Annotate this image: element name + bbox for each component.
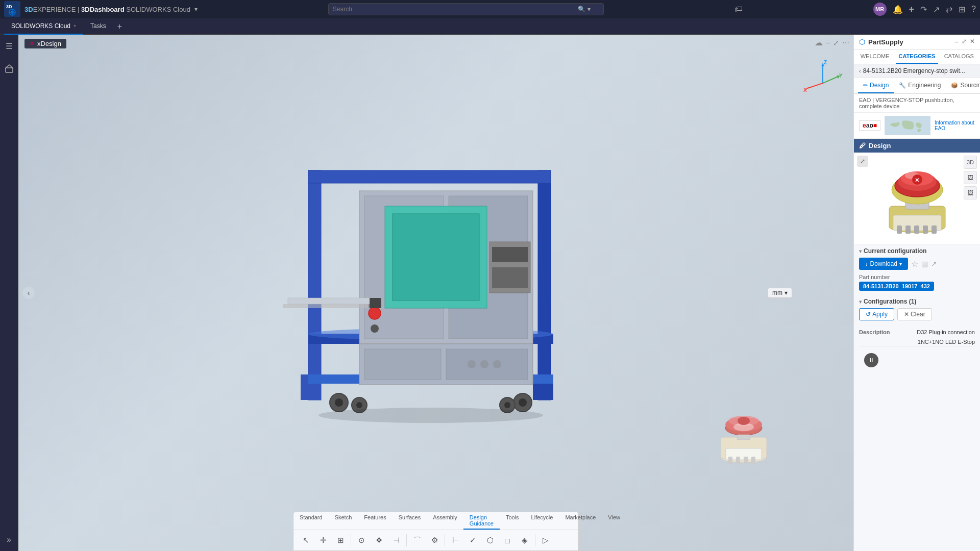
add-tab-button[interactable]: + xyxy=(113,22,126,31)
toolbar-tab-assembly[interactable]: Assembly xyxy=(427,512,463,530)
sidebar-menu-icon[interactable]: ☰ xyxy=(2,39,16,53)
panel-breadcrumb: ‹ 84-5131.2B20 Emergency-stop swit... xyxy=(854,64,980,78)
sub-tab-sourcing[interactable]: 📦 Sourcing xyxy=(946,78,980,93)
help-icon[interactable]: ? xyxy=(971,5,976,14)
download-row: ↓ Download ▾ ☆ ▦ ↗ xyxy=(859,258,975,270)
forward-icon[interactable]: ↷ xyxy=(920,5,927,14)
nav-cube[interactable]: Z Y X xyxy=(802,60,843,103)
svg-text:X: X xyxy=(803,87,807,93)
preview-image-btn-2[interactable]: 🖼 xyxy=(964,186,977,199)
add-icon[interactable]: + xyxy=(909,4,915,15)
breadcrumb-back-icon[interactable]: ‹ xyxy=(859,68,861,74)
sub-tab-design[interactable]: ✏ Design xyxy=(858,78,894,93)
vendor-info-text[interactable]: Information about EAO xyxy=(935,120,975,131)
sidebar-nav-expand-icon[interactable]: » xyxy=(2,533,16,547)
clear-icon: ✕ xyxy=(904,311,909,318)
search-icon[interactable]: 🔍 xyxy=(578,6,585,13)
unit-dropdown[interactable]: mm ▾ xyxy=(768,288,792,298)
toolbar-tab-design-guidance[interactable]: Design Guidance xyxy=(463,512,500,530)
svg-rect-14 xyxy=(308,170,321,400)
app-title: 3DEXPERIENCE | 3DDashboard SOLIDWORKS Cl… xyxy=(24,6,190,13)
cloud-icon[interactable]: ☁ xyxy=(815,38,823,47)
toolbar-tab-view[interactable]: View xyxy=(602,512,626,530)
connect-icon[interactable]: ⇄ xyxy=(946,5,952,14)
fullscreen-icon[interactable]: ⤢ xyxy=(833,39,839,47)
svg-point-49 xyxy=(318,408,543,423)
svg-line-11 xyxy=(807,83,823,88)
sidebar-home-icon[interactable] xyxy=(2,61,16,76)
toolbar-tab-features[interactable]: Features xyxy=(358,512,392,530)
apply-button[interactable]: ↺ Apply xyxy=(859,308,894,320)
left-sidebar: ☰ » xyxy=(0,35,18,551)
svg-rect-69 xyxy=(914,226,919,234)
minimize-icon[interactable]: − xyxy=(826,39,830,47)
toolbar-btn-6[interactable]: ⊣ xyxy=(388,532,404,548)
play-button[interactable]: ⏸ xyxy=(864,353,878,367)
sub-tab-engineering[interactable]: 🔧 Engineering xyxy=(894,78,946,93)
notifications-icon[interactable]: 🔔 xyxy=(893,5,903,14)
search-dropdown-icon[interactable]: ▾ xyxy=(587,6,591,13)
toolbar-btn-12[interactable]: □ xyxy=(499,532,516,548)
toolbar-btn-4[interactable]: ⊙ xyxy=(353,532,370,548)
svg-rect-68 xyxy=(905,226,911,234)
toolbar-tab-sketch[interactable]: Sketch xyxy=(329,512,358,530)
toolbar-btn-3[interactable]: ⊞ xyxy=(332,532,349,548)
toolbar-btn-11[interactable]: ⬡ xyxy=(482,532,498,548)
download-button[interactable]: ↓ Download ▾ xyxy=(859,258,908,270)
user-avatar[interactable]: MR xyxy=(873,3,887,16)
xdesign-icon: ✕ xyxy=(30,40,34,47)
dropdown-arrow-icon[interactable]: ▾ xyxy=(194,6,198,13)
svg-rect-32 xyxy=(492,267,528,288)
toolbar-btn-10[interactable]: ✓ xyxy=(464,532,481,548)
panel-close-icon[interactable]: ✕ xyxy=(970,38,975,46)
svg-rect-26 xyxy=(393,214,479,300)
toolbar-tab-lifecycle[interactable]: Lifecycle xyxy=(525,512,559,530)
preview-3d-btn[interactable]: 3D xyxy=(964,156,977,169)
toolbar-tab-standard[interactable]: Standard xyxy=(293,512,329,530)
apps-icon[interactable]: ⊞ xyxy=(959,5,965,14)
design-preview: ⤢ xyxy=(854,153,980,244)
panel-nav-welcome[interactable]: WELCOME xyxy=(854,49,896,64)
toolbar-tab-tools[interactable]: Tools xyxy=(500,512,525,530)
preview-image-btn-1[interactable]: 🖼 xyxy=(964,171,977,184)
svg-point-42 xyxy=(335,398,343,407)
svg-rect-31 xyxy=(492,247,528,262)
svg-point-46 xyxy=(356,402,362,408)
app-logo[interactable]: 3D xyxy=(4,1,20,17)
tab-tasks[interactable]: Tasks xyxy=(83,18,113,35)
download-dropdown-icon: ▾ xyxy=(899,261,902,267)
share-part-icon[interactable]: ↗ xyxy=(931,260,937,268)
vendor-info-row: eao■ Information about EAO xyxy=(854,113,980,139)
toolbar-btn-8[interactable]: ⚙ xyxy=(426,532,443,548)
clear-button[interactable]: ✕ Clear xyxy=(897,308,932,320)
viewport-nav-left[interactable]: ‹ xyxy=(22,287,35,299)
toolbar-separator-3 xyxy=(445,534,445,546)
action-row: ↺ Apply ✕ Clear xyxy=(859,308,975,320)
share-icon[interactable]: ↗ xyxy=(933,5,940,14)
favorite-star-icon[interactable]: ☆ xyxy=(911,259,918,269)
tab-label: Tasks xyxy=(90,22,106,30)
breadcrumb-title: 84-5131.2B20 Emergency-stop swit... xyxy=(863,67,965,74)
toolbar-btn-14[interactable]: ▷ xyxy=(537,532,554,548)
tab-solidworks-cloud[interactable]: SOLIDWORKS Cloud ▾ xyxy=(4,18,83,35)
panel-maximize-icon[interactable]: ⤢ xyxy=(962,38,967,46)
grid-icon[interactable]: ▦ xyxy=(921,260,928,268)
toolbar-btn-7[interactable]: ⌒ xyxy=(409,532,425,548)
search-input[interactable] xyxy=(333,6,578,13)
toolbar-btn-13[interactable]: ◈ xyxy=(517,532,533,548)
toolbar-btn-5[interactable]: ❖ xyxy=(371,532,387,548)
more-icon[interactable]: ⋯ xyxy=(842,39,849,47)
toolbar-tab-marketplace[interactable]: Marketplace xyxy=(559,512,602,530)
toolbar-btn-2[interactable]: ✛ xyxy=(315,532,331,548)
toolbar-btn-1[interactable]: ↖ xyxy=(298,532,314,548)
3d-viewport[interactable]: ✕ xDesign ☁ − ⤢ ⋯ Z Y X xyxy=(18,35,853,551)
panel-nav-catalogs[interactable]: CATALOGS xyxy=(938,49,980,64)
design-section-icon: 🖊 xyxy=(859,142,866,149)
toolbar-tab-surfaces[interactable]: Surfaces xyxy=(393,512,427,530)
panel-minimize-icon[interactable]: − xyxy=(954,38,959,46)
tag-icon[interactable]: 🏷 xyxy=(734,5,743,14)
toolbar-btn-9[interactable]: ⊢ xyxy=(447,532,463,548)
svg-point-44 xyxy=(519,398,527,407)
preview-fullscreen-icon[interactable]: ⤢ xyxy=(857,156,868,167)
panel-nav-categories[interactable]: CATEGORIES xyxy=(896,49,938,64)
